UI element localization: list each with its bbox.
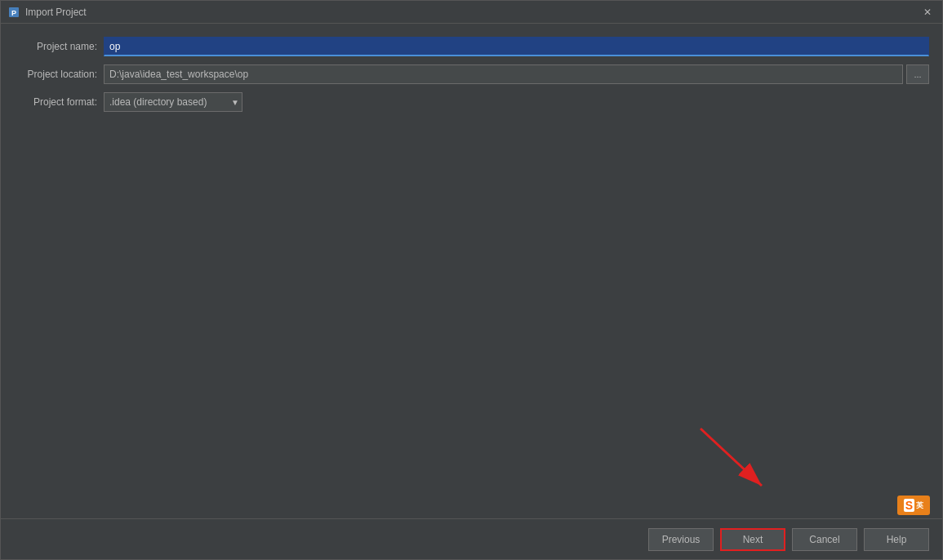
project-location-row: Project location: ... bbox=[14, 64, 929, 84]
help-button[interactable]: Help bbox=[864, 528, 929, 551]
close-button[interactable]: ✕ bbox=[919, 4, 936, 20]
project-name-label: Project name: bbox=[14, 41, 104, 52]
project-name-row: Project name: bbox=[14, 37, 929, 56]
sougou-s-logo: S bbox=[904, 499, 914, 512]
import-project-dialog: P Import Project ✕ Project name: Project… bbox=[0, 0, 943, 560]
project-location-label: Project location: bbox=[14, 69, 104, 80]
app-icon: P bbox=[7, 6, 20, 19]
project-format-select[interactable]: .idea (directory based) .ipr (file based… bbox=[104, 92, 242, 112]
format-select-wrapper: .idea (directory based) .ipr (file based… bbox=[104, 92, 242, 112]
cancel-button[interactable]: Cancel bbox=[792, 528, 857, 551]
annotation-arrow bbox=[684, 420, 782, 502]
next-button[interactable]: Next bbox=[720, 528, 785, 551]
bottom-bar: Previous Next Cancel Help bbox=[1, 518, 942, 559]
window-controls: ✕ bbox=[919, 4, 936, 20]
svg-line-3 bbox=[701, 429, 762, 486]
window-title: Import Project bbox=[25, 7, 919, 18]
project-name-input[interactable] bbox=[104, 37, 929, 56]
project-format-label: Project format: bbox=[14, 96, 104, 108]
sougou-text: 英 bbox=[916, 500, 923, 511]
browse-button[interactable]: ... bbox=[906, 64, 929, 84]
svg-text:P: P bbox=[11, 9, 16, 17]
title-bar: P Import Project ✕ bbox=[1, 1, 942, 24]
dialog-content: Project name: Project location: ... Proj… bbox=[1, 24, 942, 518]
ime-icon: S 英 bbox=[897, 496, 930, 515]
project-format-row: Project format: .idea (directory based) … bbox=[14, 92, 929, 112]
project-location-input[interactable] bbox=[104, 64, 903, 84]
previous-button[interactable]: Previous bbox=[648, 528, 714, 551]
location-input-group: ... bbox=[104, 64, 929, 84]
main-content-area bbox=[14, 120, 929, 518]
